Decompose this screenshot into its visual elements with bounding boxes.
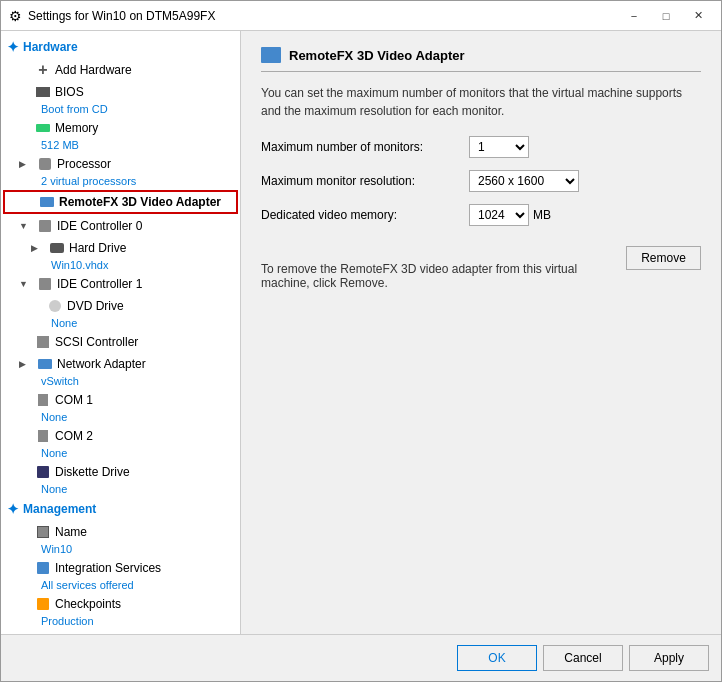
add-hardware-label: Add Hardware <box>55 63 232 77</box>
remove-note: To remove the RemoteFX 3D video adapter … <box>261 262 614 290</box>
cancel-button[interactable]: Cancel <box>543 645 623 671</box>
diskette-icon <box>35 464 51 480</box>
network-sublabel-row: vSwitch <box>1 375 240 389</box>
dvd-sublabel: None <box>51 317 77 329</box>
max-monitors-control: 1 2 3 4 <box>469 136 529 158</box>
processor-sublabel: 2 virtual processors <box>41 175 136 187</box>
com2-sublabel: None <box>41 447 67 459</box>
window-title: Settings for Win10 on DTM5A99FX <box>28 9 215 23</box>
dvd-icon <box>47 298 63 314</box>
bios-label: BIOS <box>55 85 232 99</box>
name-sublabel: Win10 <box>41 543 72 555</box>
dvd-sublabel-row: None <box>1 317 240 331</box>
integration-icon <box>35 560 51 576</box>
sidebar-item-com2[interactable]: COM 2 <box>1 425 240 447</box>
remotefx-label: RemoteFX 3D Video Adapter <box>59 195 228 209</box>
expand-processor: ▶ <box>19 159 31 169</box>
ok-button[interactable]: OK <box>457 645 537 671</box>
settings-window: ⚙ Settings for Win10 on DTM5A99FX − □ ✕ … <box>0 0 722 682</box>
sidebar-item-ide0[interactable]: ▼ IDE Controller 0 <box>1 215 240 237</box>
window-icon: ⚙ <box>9 8 22 24</box>
panel-title-text: RemoteFX 3D Video Adapter <box>289 48 465 63</box>
harddrive-sublabel-row: Win10.vhdx <box>1 259 240 273</box>
harddrive-icon <box>49 240 65 256</box>
checkpoints-sublabel-row: Production <box>1 615 240 629</box>
max-resolution-row: Maximum monitor resolution: 2560 x 1600 … <box>261 170 701 192</box>
sidebar-item-name[interactable]: Name <box>1 521 240 543</box>
dedicated-memory-label: Dedicated video memory: <box>261 208 461 222</box>
sidebar-item-checkpoints[interactable]: Checkpoints <box>1 593 240 615</box>
sidebar-item-com1[interactable]: COM 1 <box>1 389 240 411</box>
max-monitors-label: Maximum number of monitors: <box>261 140 461 154</box>
max-resolution-control: 2560 x 1600 1920 x 1200 1920 x 1080 1600… <box>469 170 579 192</box>
expand-hd: ▶ <box>31 243 43 253</box>
sidebar-item-scsi[interactable]: SCSI Controller <box>1 331 240 353</box>
com2-sublabel-row: None <box>1 447 240 461</box>
ide0-icon <box>37 218 53 234</box>
scsi-label: SCSI Controller <box>55 335 232 349</box>
sidebar-item-processor[interactable]: ▶ Processor <box>1 153 240 175</box>
bios-sublabel: Boot from CD <box>41 103 108 115</box>
sidebar-item-dvd[interactable]: DVD Drive <box>1 295 240 317</box>
title-bar: ⚙ Settings for Win10 on DTM5A99FX − □ ✕ <box>1 1 721 31</box>
com2-label: COM 2 <box>55 429 232 443</box>
bios-icon <box>35 84 51 100</box>
hardware-label: Hardware <box>23 40 78 54</box>
management-label: Management <box>23 502 96 516</box>
management-star-icon: ✦ <box>7 501 19 517</box>
name-sublabel-row: Win10 <box>1 543 240 557</box>
content-area: ✦ Hardware + Add Hardware BIOS Boot from… <box>1 31 721 634</box>
max-monitors-select[interactable]: 1 2 3 4 <box>469 136 529 158</box>
description-text: You can set the maximum number of monito… <box>261 84 701 120</box>
sidebar-item-remotefx[interactable]: RemoteFX 3D Video Adapter <box>3 190 238 214</box>
integration-label: Integration Services <box>55 561 232 575</box>
remotefx-icon <box>39 194 55 210</box>
maximize-button[interactable]: □ <box>651 4 681 28</box>
max-resolution-label: Maximum monitor resolution: <box>261 174 461 188</box>
apply-button[interactable]: Apply <box>629 645 709 671</box>
minimize-button[interactable]: − <box>619 4 649 28</box>
sidebar-item-diskette[interactable]: Diskette Drive <box>1 461 240 483</box>
sidebar: ✦ Hardware + Add Hardware BIOS Boot from… <box>1 31 241 634</box>
processor-label: Processor <box>57 157 232 171</box>
harddrive-label: Hard Drive <box>69 241 232 255</box>
sidebar-item-hard-drive[interactable]: ▶ Hard Drive <box>1 237 240 259</box>
diskette-sublabel-row: None <box>1 483 240 497</box>
expand-network: ▶ <box>19 359 31 369</box>
panel-title-icon <box>261 47 281 63</box>
sidebar-item-ide1[interactable]: ▼ IDE Controller 1 <box>1 273 240 295</box>
com1-sublabel: None <box>41 411 67 423</box>
ide0-label: IDE Controller 0 <box>57 219 232 233</box>
expand-ide1: ▼ <box>19 279 31 289</box>
processor-sublabel-row: 2 virtual processors <box>1 175 240 189</box>
bios-sublabel-row: Boot from CD <box>1 103 240 117</box>
sidebar-item-add-hardware[interactable]: + Add Hardware <box>1 59 240 81</box>
ide1-label: IDE Controller 1 <box>57 277 232 291</box>
sidebar-item-network[interactable]: ▶ Network Adapter <box>1 353 240 375</box>
checkpoints-label: Checkpoints <box>55 597 232 611</box>
panel-title-row: RemoteFX 3D Video Adapter <box>261 47 701 72</box>
diskette-sublabel: None <box>41 483 67 495</box>
add-hardware-icon: + <box>35 62 51 78</box>
max-resolution-select[interactable]: 2560 x 1600 1920 x 1200 1920 x 1080 1600… <box>469 170 579 192</box>
hardware-section-header: ✦ Hardware <box>1 35 240 59</box>
network-sublabel: vSwitch <box>41 375 79 387</box>
diskette-label: Diskette Drive <box>55 465 232 479</box>
harddrive-sublabel: Win10.vhdx <box>51 259 108 271</box>
sidebar-item-integration[interactable]: Integration Services <box>1 557 240 579</box>
sidebar-item-bios[interactable]: BIOS <box>1 81 240 103</box>
name-icon <box>35 524 51 540</box>
com1-sublabel-row: None <box>1 411 240 425</box>
memory-label: Memory <box>55 121 232 135</box>
footer: OK Cancel Apply <box>1 634 721 681</box>
name-label: Name <box>55 525 232 539</box>
com1-icon <box>35 392 51 408</box>
main-panel: RemoteFX 3D Video Adapter You can set th… <box>241 31 721 634</box>
sidebar-item-memory[interactable]: Memory <box>1 117 240 139</box>
remove-button[interactable]: Remove <box>626 246 701 270</box>
expand-ide0: ▼ <box>19 221 31 231</box>
dedicated-memory-select[interactable]: 1024 512 256 128 <box>469 204 529 226</box>
memory-sublabel-row: 512 MB <box>1 139 240 153</box>
memory-sublabel: 512 MB <box>41 139 79 151</box>
close-button[interactable]: ✕ <box>683 4 713 28</box>
